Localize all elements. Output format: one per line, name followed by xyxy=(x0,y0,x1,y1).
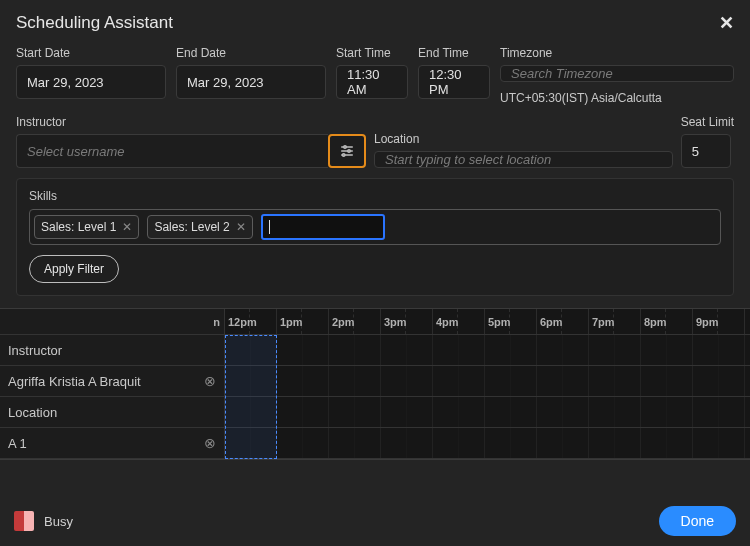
hour-header: 2pm xyxy=(329,309,381,334)
grid-cells[interactable] xyxy=(225,366,750,396)
hour-header: 1pm xyxy=(277,309,329,334)
availability-grid: n 12pm 1pm 2pm 3pm 4pm 5pm 6pm 7pm 8pm 9… xyxy=(0,308,750,460)
grid-cells[interactable] xyxy=(225,335,750,365)
close-button[interactable]: ✕ xyxy=(719,12,734,34)
sliders-icon xyxy=(339,143,355,159)
skills-chip-input[interactable]: Sales: Level 1 ✕ Sales: Level 2 ✕ xyxy=(29,209,721,245)
end-time-input[interactable]: 12:30 PM xyxy=(418,65,490,99)
dialog-title: Scheduling Assistant xyxy=(16,13,173,33)
instructor-input[interactable]: Select username xyxy=(16,134,328,168)
hour-header: 3pm xyxy=(381,309,433,334)
timezone-note: UTC+05:30(IST) Asia/Calcutta xyxy=(500,91,734,105)
remove-row-icon[interactable]: ⊗ xyxy=(204,373,216,389)
hour-header: 5pm xyxy=(485,309,537,334)
done-button[interactable]: Done xyxy=(659,506,736,536)
grid-cells[interactable] xyxy=(225,397,750,427)
instructor-filter-button[interactable] xyxy=(328,134,366,168)
instructor-label: Instructor xyxy=(16,115,366,129)
scheduling-assistant-dialog: Scheduling Assistant ✕ Start Date Mar 29… xyxy=(0,0,750,546)
skill-chip-label: Sales: Level 1 xyxy=(41,220,116,234)
hour-header: 12pm xyxy=(225,309,277,334)
seat-limit-input[interactable]: 5 xyxy=(681,134,731,168)
chip-remove-icon[interactable]: ✕ xyxy=(122,220,132,234)
timezone-label: Timezone xyxy=(500,46,734,60)
row-label: Instructor xyxy=(0,335,225,365)
apply-filter-button[interactable]: Apply Filter xyxy=(29,255,119,283)
timezone-input[interactable]: Search Timezone xyxy=(500,65,734,82)
end-date-input[interactable]: Mar 29, 2023 xyxy=(176,65,326,99)
busy-swatch xyxy=(14,511,34,531)
row-label: Agriffa Kristia A Braquit⊗ xyxy=(0,366,225,396)
grid-row: Agriffa Kristia A Braquit⊗ xyxy=(0,366,750,397)
chip-remove-icon[interactable]: ✕ xyxy=(236,220,246,234)
skills-filter-panel: Skills Sales: Level 1 ✕ Sales: Level 2 ✕… xyxy=(16,178,734,296)
hour-header: 9pm xyxy=(693,309,745,334)
start-date-input[interactable]: Mar 29, 2023 xyxy=(16,65,166,99)
hour-header: 8pm xyxy=(641,309,693,334)
skill-chip[interactable]: Sales: Level 1 ✕ xyxy=(34,215,139,239)
row-label: Location xyxy=(0,397,225,427)
skill-chip-label: Sales: Level 2 xyxy=(154,220,229,234)
hour-header: 7pm xyxy=(589,309,641,334)
grid-cells[interactable] xyxy=(225,428,750,458)
grid-row: Instructor xyxy=(0,335,750,366)
grid-row: A 1⊗ xyxy=(0,428,750,459)
start-date-label: Start Date xyxy=(16,46,166,60)
end-time-label: End Time xyxy=(418,46,490,60)
grid-row: Location xyxy=(0,397,750,428)
location-label: Location xyxy=(374,132,673,146)
row-label: A 1⊗ xyxy=(0,428,225,458)
hour-header: 4pm xyxy=(433,309,485,334)
remove-row-icon[interactable]: ⊗ xyxy=(204,435,216,451)
start-time-label: Start Time xyxy=(336,46,408,60)
skills-label: Skills xyxy=(29,189,721,203)
legend-busy-label: Busy xyxy=(44,514,73,529)
end-date-label: End Date xyxy=(176,46,326,60)
skill-chip[interactable]: Sales: Level 2 ✕ xyxy=(147,215,252,239)
grid-corner: n xyxy=(0,309,225,334)
legend: Busy xyxy=(14,511,73,531)
seat-limit-label: Seat Limit xyxy=(681,115,734,129)
start-time-input[interactable]: 11:30 AM xyxy=(336,65,408,99)
hour-header: 6pm xyxy=(537,309,589,334)
skills-text-input[interactable] xyxy=(261,214,385,240)
location-input[interactable]: Start typing to select location xyxy=(374,151,673,168)
